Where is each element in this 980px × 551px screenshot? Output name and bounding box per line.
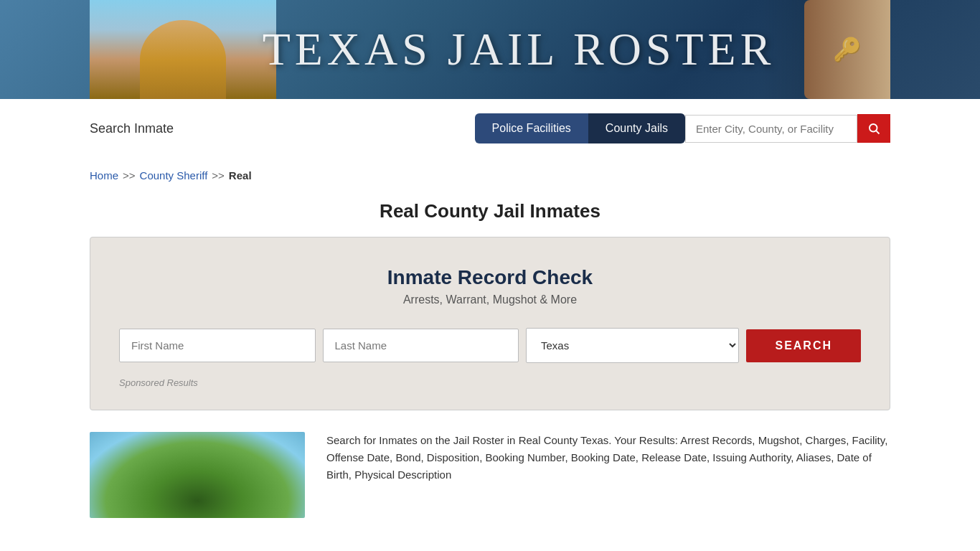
bottom-description: Search for Inmates on the Jail Roster in… — [326, 432, 890, 518]
county-jails-button[interactable]: County Jails — [588, 113, 685, 143]
capitol-image — [90, 0, 276, 99]
breadcrumb-home[interactable]: Home — [90, 169, 118, 182]
page-title-section: Real County Jail Inmates — [0, 193, 980, 237]
state-select[interactable]: Texas Alabama Alaska Arizona Arkansas Ca… — [526, 328, 739, 363]
nav-bar: Search Inmate Police Facilities County J… — [0, 99, 980, 158]
county-image — [90, 432, 305, 518]
tree-visual — [90, 432, 305, 518]
nav-right-section: Police Facilities County Jails — [475, 113, 890, 143]
site-title: Texas Jail Roster — [263, 23, 776, 76]
search-inmate-label: Search Inmate — [90, 121, 174, 136]
record-check-title: Inmate Record Check — [119, 266, 861, 289]
keys-hand-image: 🔑 — [804, 0, 890, 99]
last-name-input[interactable] — [323, 329, 519, 362]
first-name-input[interactable] — [119, 329, 316, 362]
capitol-dome — [140, 20, 226, 99]
search-form-row: Texas Alabama Alaska Arizona Arkansas Ca… — [119, 328, 861, 363]
record-check-box: Inmate Record Check Arrests, Warrant, Mu… — [90, 237, 890, 410]
breadcrumb-current: Real — [229, 169, 252, 182]
search-icon — [867, 122, 880, 135]
facility-search-input[interactable] — [685, 115, 857, 143]
record-check-subtitle: Arrests, Warrant, Mugshot & More — [119, 293, 861, 306]
svg-point-0 — [870, 124, 877, 132]
page-title: Real County Jail Inmates — [0, 200, 980, 222]
header-right-image: 🔑 — [761, 0, 890, 99]
breadcrumb-county-sheriff[interactable]: County Sheriff — [140, 169, 208, 182]
facility-search-button[interactable] — [857, 114, 890, 143]
breadcrumb: Home >> County Sheriff >> Real — [0, 158, 980, 193]
inmate-search-button[interactable]: SEARCH — [746, 329, 861, 362]
svg-line-1 — [876, 131, 879, 133]
header-banner: Texas Jail Roster 🔑 — [0, 0, 980, 99]
breadcrumb-sep2: >> — [212, 169, 225, 182]
breadcrumb-sep1: >> — [123, 169, 136, 182]
police-facilities-button[interactable]: Police Facilities — [475, 113, 588, 143]
sponsored-label: Sponsored Results — [119, 377, 861, 388]
bottom-section: Search for Inmates on the Jail Roster in… — [90, 425, 890, 518]
